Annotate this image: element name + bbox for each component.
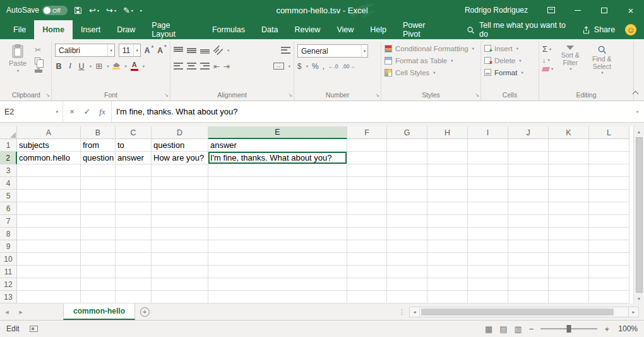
cell-C5[interactable] — [116, 190, 152, 202]
cell-styles-button[interactable]: Cell Styles ▾ — [385, 66, 477, 78]
cell-E5[interactable] — [208, 190, 347, 202]
cell-D3[interactable] — [152, 164, 208, 177]
cell-D11[interactable] — [152, 266, 208, 278]
scroll-down-button[interactable]: ▼ — [634, 293, 644, 303]
cell-L8[interactable] — [589, 228, 629, 240]
cell-F10[interactable] — [347, 253, 387, 266]
paste-button[interactable]: Paste ▾ — [4, 42, 31, 73]
cell-A1[interactable]: subjects — [17, 139, 81, 152]
row-header-12[interactable]: 12 — [0, 278, 17, 291]
tell-me-search[interactable]: Tell me what you want to do — [467, 20, 576, 39]
row-header-5[interactable]: 5 — [0, 190, 17, 202]
cell-E10[interactable] — [208, 253, 347, 266]
row-header-3[interactable]: 3 — [0, 164, 17, 177]
cell-D9[interactable] — [152, 240, 208, 253]
normal-view-button[interactable]: ▦ — [485, 324, 492, 334]
cell-B13[interactable] — [81, 291, 116, 303]
cell-E6[interactable] — [208, 202, 347, 215]
redo-button[interactable]: ↪▾ — [105, 6, 117, 15]
spreadsheet-grid[interactable]: ABCDEFGHIJKL 1subjectsfromtoquestionansw… — [0, 126, 633, 303]
ribbon-tab-power-pivot[interactable]: Power Pivot — [395, 20, 453, 39]
cell-A3[interactable] — [17, 164, 81, 177]
cell-F6[interactable] — [347, 202, 387, 215]
cell-F9[interactable] — [347, 240, 387, 253]
cell-B7[interactable] — [81, 215, 116, 228]
cell-G1[interactable] — [387, 139, 427, 152]
cell-D8[interactable] — [152, 228, 208, 240]
ribbon-tab-insert[interactable]: Insert — [73, 20, 109, 39]
cell-C11[interactable] — [116, 266, 152, 278]
macro-record-button[interactable] — [30, 326, 38, 332]
cell-I2[interactable] — [468, 152, 508, 164]
cell-J6[interactable] — [508, 202, 549, 215]
cell-J2[interactable] — [508, 152, 549, 164]
cell-D13[interactable] — [152, 291, 208, 303]
sheet-nav-prev-button[interactable]: ◂ — [0, 303, 14, 320]
zoom-slider-thumb[interactable] — [567, 325, 571, 333]
cell-G4[interactable] — [387, 177, 427, 190]
font-color-button[interactable]: A — [131, 61, 138, 71]
borders-button[interactable]: ⊞ — [95, 62, 102, 70]
cell-B5[interactable] — [81, 190, 116, 202]
cell-E8[interactable] — [208, 228, 347, 240]
cell-L3[interactable] — [589, 164, 629, 177]
cell-I11[interactable] — [468, 266, 508, 278]
copy-icon[interactable] — [35, 58, 40, 64]
ribbon-tab-home[interactable]: Home — [34, 20, 73, 39]
styles-dialog-launcher[interactable]: ↘ — [475, 93, 479, 98]
row-header-1[interactable]: 1 — [0, 139, 17, 152]
format-painter-icon[interactable] — [35, 70, 42, 73]
undo-button[interactable]: ↩▾ — [88, 6, 100, 15]
cell-D6[interactable] — [152, 202, 208, 215]
number-format-select[interactable]: General▾ — [297, 44, 368, 58]
zoom-level[interactable]: 100% — [616, 324, 638, 333]
cell-G5[interactable] — [387, 190, 427, 202]
cell-A8[interactable] — [17, 228, 81, 240]
ribbon-tab-formulas[interactable]: Formulas — [204, 20, 253, 39]
cell-C13[interactable] — [116, 291, 152, 303]
scroll-right-button[interactable]: ► — [628, 307, 639, 317]
cell-J3[interactable] — [508, 164, 549, 177]
page-break-view-button[interactable]: ▥ — [515, 324, 522, 334]
collapse-ribbon-button[interactable] — [633, 92, 638, 96]
cell-D2[interactable]: How are you? — [152, 152, 208, 164]
decrease-decimal-button[interactable]: .00→ — [342, 63, 355, 70]
cell-J13[interactable] — [508, 291, 549, 303]
cut-icon[interactable]: ✂ — [35, 46, 41, 54]
cell-L5[interactable] — [589, 190, 629, 202]
cell-E3[interactable] — [208, 164, 347, 177]
ribbon-tab-file[interactable]: File — [5, 20, 34, 39]
ribbon-display-options-button[interactable] — [538, 0, 564, 20]
wrap-text-button[interactable] — [281, 47, 290, 54]
cell-C7[interactable] — [116, 215, 152, 228]
tab-scroll-splitter[interactable]: ⋮ — [395, 303, 409, 320]
save-button[interactable] — [73, 6, 83, 15]
cell-K12[interactable] — [549, 278, 589, 291]
cell-K7[interactable] — [549, 215, 589, 228]
font-dialog-launcher[interactable]: ↘ — [164, 93, 169, 98]
cell-L10[interactable] — [589, 253, 629, 266]
cell-B2[interactable]: question — [81, 152, 116, 164]
cell-H2[interactable] — [427, 152, 468, 164]
row-header-7[interactable]: 7 — [0, 215, 17, 228]
cell-F5[interactable] — [347, 190, 387, 202]
zoom-slider[interactable] — [540, 328, 597, 329]
cell-A6[interactable] — [17, 202, 81, 215]
bold-button[interactable]: B — [55, 62, 63, 71]
cell-A12[interactable] — [17, 278, 81, 291]
cell-J9[interactable] — [508, 240, 549, 253]
cell-K3[interactable] — [549, 164, 589, 177]
column-header-J[interactable]: J — [508, 126, 549, 139]
cell-A7[interactable] — [17, 215, 81, 228]
cell-J12[interactable] — [508, 278, 549, 291]
cell-J1[interactable] — [508, 139, 549, 152]
cell-D5[interactable] — [152, 190, 208, 202]
shrink-font-button[interactable]: A▼ — [157, 46, 167, 55]
cell-G12[interactable] — [387, 278, 427, 291]
cancel-entry-button[interactable]: × — [64, 107, 80, 116]
close-button[interactable]: × — [617, 0, 644, 20]
ribbon-tab-draw[interactable]: Draw — [109, 20, 143, 39]
vertical-scrollbar[interactable]: ▲ ▼ — [633, 126, 644, 303]
customize-qat-button[interactable]: ▾ — [140, 8, 143, 13]
cell-A5[interactable] — [17, 190, 81, 202]
